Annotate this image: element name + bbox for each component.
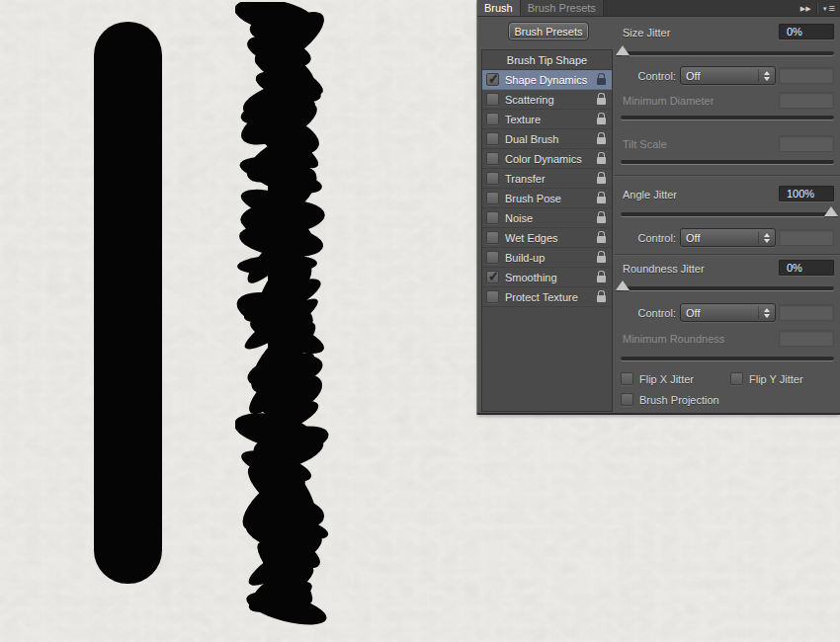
list-item-color-dynamics[interactable]: Color Dynamics [482,149,612,169]
panel-tab-bar: Brush Brush Presets ▶▶ ▼ ≡ [477,0,840,17]
minimum-roundness-label: Minimum Roundness [623,333,724,345]
item-checkbox[interactable] [486,251,499,264]
smooth-brush-stroke [94,22,162,584]
item-checkbox[interactable] [486,93,499,106]
brush-projection-label: Brush Projection [639,394,719,406]
angle-control-label: Control: [615,232,676,244]
lock-icon[interactable] [597,295,606,302]
size-control-value: Off [686,70,758,82]
size-jitter-value[interactable]: 0% [779,24,834,40]
item-checkbox[interactable] [486,290,499,303]
tabbar-divider [816,3,817,14]
angle-control-value: Off [686,232,758,244]
roundness-jitter-slider-thumb[interactable] [616,281,630,290]
angle-control-disabled-field [779,229,834,246]
tab-brush[interactable]: Brush [477,0,521,16]
list-item-smoothing[interactable]: Smoothing [482,268,612,287]
list-item-texture[interactable]: Texture [482,110,612,129]
brush-options-list: Brush Tip Shape Shape Dynamics Scatterin… [481,49,613,412]
brush-options-list-rows: Shape Dynamics Scattering Texture Dual B… [482,70,612,307]
list-item-scattering[interactable]: Scattering [482,90,612,110]
tilt-scale-slider [621,160,834,164]
list-item-noise[interactable]: Noise [482,208,612,228]
stepper-arrows-icon [758,69,770,82]
size-control-label: Control: [615,70,676,82]
size-jitter-slider[interactable] [621,51,834,55]
brush-presets-button[interactable]: Brush Presets [509,23,588,40]
panel-menu-arrow: ▼ [822,6,828,12]
angle-jitter-slider-thumb[interactable] [824,206,838,216]
flip-x-jitter-checkbox[interactable] [621,372,633,385]
list-item-protect-texture[interactable]: Protect Texture [482,287,612,307]
brush-projection-checkbox[interactable] [621,393,633,406]
minimum-diameter-disabled-field [779,92,834,109]
item-checkbox[interactable] [486,132,499,145]
angle-jitter-label: Angle Jitter [623,189,677,201]
roundness-jitter-label: Roundness Jitter [623,263,705,275]
panel-menu-icon[interactable]: ▼ ≡ [822,3,835,14]
list-item-brush-pose[interactable]: Brush Pose [482,189,612,208]
size-jitter-slider-thumb[interactable] [616,45,630,55]
item-label: Noise [505,212,595,224]
size-control-disabled-field [779,67,834,84]
item-checkbox[interactable] [486,113,499,125]
flip-x-jitter-label: Flip X Jitter [639,373,694,385]
lock-icon[interactable] [597,157,606,164]
list-item-shape-dynamics[interactable]: Shape Dynamics [482,70,612,90]
minimum-diameter-label: Minimum Diameter [623,95,714,107]
item-label: Protect Texture [505,291,595,303]
lock-icon[interactable] [597,98,606,105]
minimum-roundness-disabled-field [779,330,834,347]
lock-icon[interactable] [597,216,606,223]
roundness-jitter-slider[interactable] [621,286,834,290]
roundness-jitter-value[interactable]: 0% [779,260,834,276]
item-checkbox[interactable] [486,211,499,224]
lock-icon[interactable] [597,118,606,124]
minimum-roundness-slider [621,357,834,361]
lock-icon[interactable] [597,236,606,243]
section-divider [615,254,840,255]
panel-menu-lines: ≡ [829,3,835,14]
size-control-dropdown[interactable]: Off [680,66,776,85]
item-label: Wet Edges [505,232,595,244]
flip-y-jitter-checkbox[interactable] [730,372,743,385]
lock-icon[interactable] [597,256,606,263]
roundness-control-dropdown[interactable]: Off [680,303,776,322]
item-label: Dual Brush [505,133,595,145]
angle-jitter-value[interactable]: 100% [779,186,834,201]
flip-y-jitter-label: Flip Y Jitter [749,373,803,385]
item-checkbox[interactable] [486,192,499,204]
angle-control-dropdown[interactable]: Off [680,228,776,247]
stepper-arrows-icon [758,231,770,244]
lock-icon[interactable] [597,276,606,282]
lock-icon[interactable] [597,78,606,85]
minimum-diameter-slider [621,116,834,120]
stepper-arrows-icon [758,306,770,319]
section-divider [615,175,840,176]
angle-jitter-slider[interactable] [621,212,834,216]
lock-icon[interactable] [597,197,606,203]
item-label: Shape Dynamics [505,74,595,86]
item-checkbox[interactable] [486,231,499,244]
roundness-control-label: Control: [615,307,676,319]
lock-icon[interactable] [597,177,606,184]
list-header-brush-tip-shape[interactable]: Brush Tip Shape [482,50,612,70]
item-checkbox[interactable] [486,152,499,165]
item-checkbox[interactable] [486,271,499,283]
roundness-control-disabled-field [779,304,834,321]
item-label: Color Dynamics [505,153,595,165]
list-item-dual-brush[interactable]: Dual Brush [482,129,612,149]
item-checkbox[interactable] [486,172,499,185]
list-item-transfer[interactable]: Transfer [482,169,612,189]
item-label: Scattering [505,94,595,106]
roundness-control-value: Off [686,307,758,319]
lock-icon[interactable] [597,137,606,144]
item-label: Transfer [505,173,595,185]
item-checkbox[interactable] [486,73,499,86]
list-item-wet-edges[interactable]: Wet Edges [482,228,612,248]
collapse-panel-icon[interactable]: ▶▶ [800,5,811,12]
tab-brush-presets[interactable]: Brush Presets [521,0,604,16]
size-jitter-label: Size Jitter [623,27,670,39]
jitter-brush-stroke [235,2,344,639]
list-item-build-up[interactable]: Build-up [482,248,612,268]
